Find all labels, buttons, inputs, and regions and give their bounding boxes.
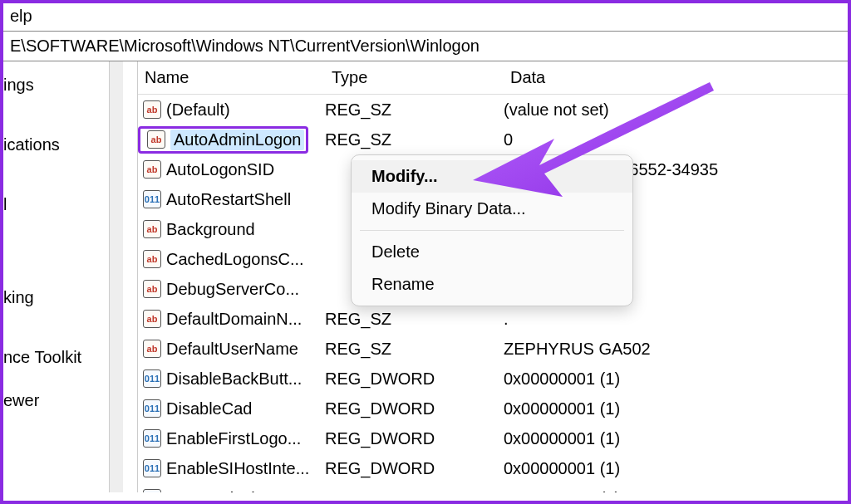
table-row[interactable]: 011DisableCadREG_DWORD0x00000001 (1) xyxy=(138,394,848,423)
row-name-label: (Default) xyxy=(166,100,230,120)
row-name-label: EnableSIHostInte... xyxy=(166,459,309,478)
row-name-label: DefaultDomainN... xyxy=(166,310,302,329)
type-cell: REG_DWORD xyxy=(325,369,504,389)
name-cell: 011DisableCad xyxy=(138,399,325,418)
name-cell: 011ForceUnlockLog xyxy=(138,489,325,493)
row-name-label: AutoLogonSID xyxy=(166,160,274,179)
table-row[interactable]: 011ForceUnlockLogREG_DWORD0x00000000 (0) xyxy=(138,483,848,492)
dword-icon: 011 xyxy=(143,489,161,492)
list-header: Name Type Data xyxy=(138,61,848,95)
string-icon: ab xyxy=(143,160,161,179)
name-cell: abDebugServerCo... xyxy=(138,280,325,299)
name-cell: 011AutoRestartShell xyxy=(138,190,325,209)
tree-item[interactable]: nce Toolkit xyxy=(3,339,109,375)
data-cell: 0x00000000 (0) xyxy=(504,489,848,493)
table-row[interactable]: abDefaultDomainN...REG_SZ. xyxy=(138,304,848,334)
row-name-label: Background xyxy=(166,220,255,239)
tree-item[interactable]: ings xyxy=(3,66,109,103)
type-cell: REG_DWORD xyxy=(325,399,504,418)
table-row[interactable]: 011EnableFirstLogo...REG_DWORD0x00000001… xyxy=(138,423,848,453)
row-name-label: DefaultUserName xyxy=(166,340,298,359)
string-icon: ab xyxy=(143,280,161,298)
name-cell: ab(Default) xyxy=(138,100,325,120)
tree-item[interactable] xyxy=(3,262,109,272)
data-cell: 0x00000001 (1) xyxy=(504,459,848,478)
string-icon: ab xyxy=(143,220,161,238)
dword-icon: 011 xyxy=(143,369,161,388)
tree-item[interactable] xyxy=(3,246,109,256)
row-name-label: DebugServerCo... xyxy=(166,280,299,299)
type-cell: REG_SZ xyxy=(325,130,504,149)
row-name-label: DisableCad xyxy=(166,399,252,418)
menu-bar: elp xyxy=(3,3,848,31)
row-name-label: AutoAdminLogon xyxy=(170,130,304,150)
tree-item[interactable]: king xyxy=(3,279,109,316)
string-icon: ab xyxy=(147,130,165,149)
col-header-name[interactable]: Name xyxy=(138,61,325,94)
tree-item[interactable]: ewer xyxy=(3,382,109,418)
col-header-type[interactable]: Type xyxy=(325,61,504,94)
data-cell: . xyxy=(504,310,848,329)
tree-item[interactable]: ications xyxy=(3,126,109,163)
string-icon: ab xyxy=(143,250,161,268)
data-cell: 0x00000001 (1) xyxy=(504,429,848,448)
table-row[interactable]: abDefaultUserNameREG_SZZEPHYRUS GA502 xyxy=(138,334,848,364)
name-cell: 011DisableBackButt... xyxy=(138,369,325,389)
data-cell: ZEPHYRUS GA502 xyxy=(504,340,848,359)
type-cell: REG_SZ xyxy=(325,100,504,120)
spacer xyxy=(123,61,138,492)
type-cell: REG_DWORD xyxy=(325,459,504,478)
tree-item[interactable] xyxy=(3,229,109,239)
type-cell: REG_DWORD xyxy=(325,489,504,493)
type-cell: REG_SZ xyxy=(325,310,504,329)
data-cell: 0x00000001 (1) xyxy=(504,369,848,389)
name-cell: abDefaultDomainN... xyxy=(138,310,325,329)
ctx-rename[interactable]: Rename xyxy=(352,268,632,301)
data-cell: 0x00000001 (1) xyxy=(504,399,848,418)
name-cell: abCachedLogonsC... xyxy=(138,250,325,269)
tree-item[interactable]: l xyxy=(3,186,109,223)
ctx-delete[interactable]: Delete xyxy=(352,236,632,268)
string-icon: ab xyxy=(143,340,161,358)
ctx-separator xyxy=(360,230,624,231)
row-name-label: ForceUnlockLog xyxy=(166,489,288,493)
ctx-modify[interactable]: Modify... xyxy=(352,160,632,193)
tree-item[interactable] xyxy=(3,322,109,332)
dword-icon: 011 xyxy=(143,429,161,448)
string-icon: ab xyxy=(143,100,161,119)
string-icon: ab xyxy=(143,310,161,328)
dword-icon: 011 xyxy=(143,399,161,418)
ctx-modify-binary[interactable]: Modify Binary Data... xyxy=(352,193,632,225)
row-name-label: DisableBackButt... xyxy=(166,369,302,389)
name-cell: 011EnableFirstLogo... xyxy=(138,429,325,448)
tree-panel[interactable]: ings ications l king nce Toolkit ewer xyxy=(3,61,110,492)
table-row[interactable]: ab(Default)REG_SZ(value not set) xyxy=(138,95,848,125)
name-cell: abAutoLogonSID xyxy=(138,160,325,179)
tree-scrollbar[interactable] xyxy=(110,61,123,492)
name-cell: 011EnableSIHostInte... xyxy=(138,459,325,478)
name-cell: abAutoAdminLogon xyxy=(138,126,325,154)
table-row[interactable]: 011EnableSIHostInte...REG_DWORD0x0000000… xyxy=(138,453,848,483)
name-cell: abBackground xyxy=(138,220,325,239)
type-cell: REG_DWORD xyxy=(325,429,504,448)
menu-help[interactable]: elp xyxy=(10,7,32,25)
context-menu: Modify... Modify Binary Data... Delete R… xyxy=(351,154,633,306)
table-row[interactable]: 011DisableBackButt...REG_DWORD0x00000001… xyxy=(138,364,848,394)
table-row[interactable]: abAutoAdminLogonREG_SZ0 xyxy=(138,125,848,154)
row-name-label: CachedLogonsC... xyxy=(166,250,304,269)
dword-icon: 011 xyxy=(143,190,161,208)
tree-item[interactable] xyxy=(3,110,109,120)
type-cell: REG_SZ xyxy=(325,340,504,359)
address-bar[interactable]: E\SOFTWARE\Microsoft\Windows NT\CurrentV… xyxy=(3,31,848,61)
tree-item[interactable] xyxy=(3,169,109,179)
col-header-data[interactable]: Data xyxy=(504,61,848,94)
row-name-label: AutoRestartShell xyxy=(166,190,291,209)
name-cell: abDefaultUserName xyxy=(138,340,325,359)
data-cell: (value not set) xyxy=(504,100,848,120)
row-name-label: EnableFirstLogo... xyxy=(166,429,301,448)
data-cell: 0 xyxy=(504,130,848,149)
dword-icon: 011 xyxy=(143,459,161,477)
